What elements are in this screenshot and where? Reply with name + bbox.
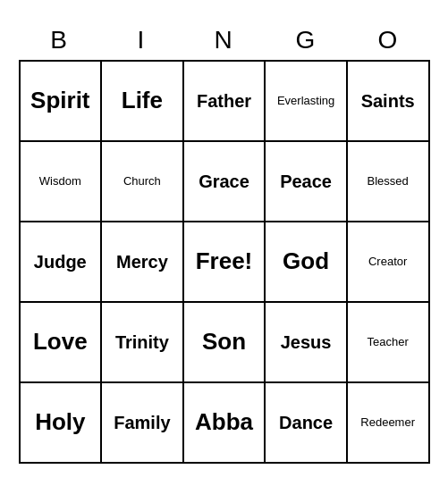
bingo-cell-1-4: Blessed	[348, 142, 428, 221]
bingo-cell-0-1: Life	[102, 62, 184, 140]
bingo-grid: SpiritLifeFatherEverlastingSaintsWisdomC…	[19, 60, 430, 464]
bingo-header: BINGO	[19, 22, 430, 58]
bingo-cell-1-1: Church	[102, 142, 184, 221]
cell-text-2-3: God	[283, 247, 329, 275]
bingo-card: BINGO SpiritLifeFatherEverlastingSaintsW…	[19, 22, 430, 464]
cell-text-0-0: Spirit	[30, 87, 89, 114]
header-letter-O: O	[348, 22, 430, 58]
bingo-cell-4-2: Abba	[184, 383, 266, 462]
bingo-cell-3-4: Teacher	[348, 303, 428, 381]
cell-text-4-2: Abba	[195, 408, 253, 436]
cell-text-2-0: Judge	[34, 251, 87, 272]
bingo-cell-4-1: Family	[102, 383, 184, 462]
cell-text-1-3: Peace	[280, 171, 332, 192]
cell-text-2-4: Creator	[368, 255, 407, 270]
bingo-cell-3-2: Son	[184, 303, 266, 381]
cell-text-1-4: Blessed	[368, 174, 409, 189]
bingo-cell-1-3: Peace	[266, 142, 348, 221]
cell-text-3-0: Love	[33, 328, 88, 356]
bingo-cell-2-3: God	[266, 222, 348, 301]
cell-text-3-1: Trinity	[115, 331, 169, 353]
cell-text-2-2: Free!	[196, 247, 253, 275]
cell-text-0-1: Life	[122, 87, 163, 114]
cell-text-0-4: Saints	[361, 90, 415, 112]
cell-text-1-2: Grace	[199, 171, 249, 192]
bingo-cell-3-3: Jesus	[266, 303, 348, 381]
bingo-cell-2-0: Judge	[21, 222, 103, 301]
bingo-cell-2-1: Mercy	[102, 222, 184, 301]
bingo-row-1: WisdomChurchGracePeaceBlessed	[21, 142, 428, 222]
bingo-row-4: HolyFamilyAbbaDanceRedeemer	[21, 383, 428, 462]
bingo-row-3: LoveTrinitySonJesusTeacher	[21, 303, 428, 383]
bingo-cell-2-4: Creator	[348, 222, 428, 301]
cell-text-4-4: Redeemer	[360, 415, 415, 431]
cell-text-4-1: Family	[114, 412, 170, 433]
bingo-cell-4-3: Dance	[266, 383, 348, 462]
bingo-cell-0-4: Saints	[348, 62, 428, 140]
bingo-cell-4-4: Redeemer	[348, 383, 428, 462]
bingo-cell-2-2: Free!	[184, 222, 266, 301]
cell-text-1-0: Wisdom	[39, 174, 81, 189]
bingo-cell-1-2: Grace	[184, 142, 266, 221]
cell-text-2-1: Mercy	[116, 251, 168, 272]
bingo-cell-4-0: Holy	[21, 383, 103, 462]
bingo-row-2: JudgeMercyFree!GodCreator	[21, 222, 428, 303]
bingo-cell-0-2: Father	[184, 62, 266, 140]
cell-text-3-3: Jesus	[281, 331, 332, 353]
bingo-cell-0-0: Spirit	[21, 62, 103, 140]
bingo-cell-3-0: Love	[21, 303, 103, 381]
cell-text-0-3: Everlasting	[277, 94, 334, 109]
cell-text-4-3: Dance	[279, 412, 333, 433]
header-letter-B: B	[19, 22, 101, 58]
cell-text-1-1: Church	[123, 174, 161, 189]
bingo-row-0: SpiritLifeFatherEverlastingSaints	[21, 62, 428, 142]
bingo-cell-1-0: Wisdom	[21, 142, 103, 221]
header-letter-N: N	[183, 22, 266, 58]
header-letter-I: I	[101, 22, 183, 58]
bingo-cell-3-1: Trinity	[102, 303, 184, 381]
cell-text-3-2: Son	[202, 328, 246, 356]
bingo-cell-0-3: Everlasting	[266, 62, 348, 140]
cell-text-0-2: Father	[197, 90, 251, 112]
cell-text-3-4: Teacher	[368, 335, 409, 350]
header-letter-G: G	[266, 22, 348, 58]
cell-text-4-0: Holy	[35, 408, 85, 436]
